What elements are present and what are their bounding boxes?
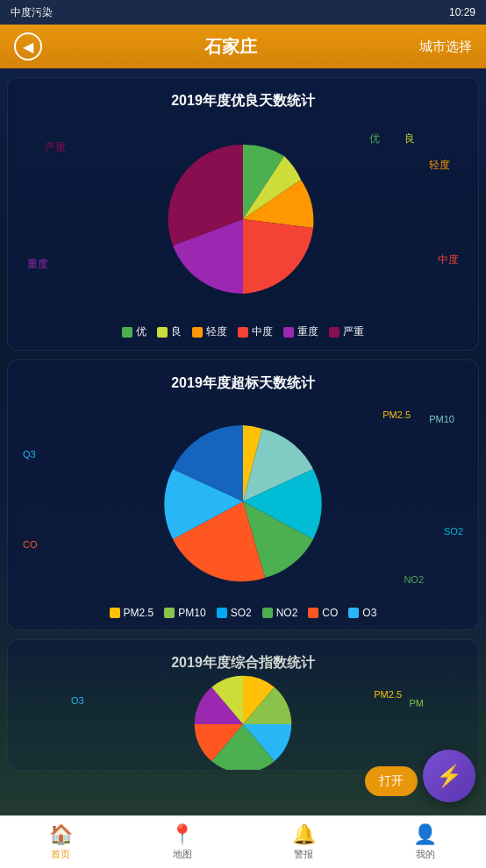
legend-label-o3: O3 [362,607,376,619]
nav-item-home[interactable]: 🏠 首页 [0,816,122,868]
label-qingdu: 轻度 [429,158,450,173]
city-select-button[interactable]: 城市选择 [419,39,472,55]
nav-item-alert[interactable]: 🔔 警报 [243,816,365,868]
legend-dot-zhongdu2 [283,327,294,338]
chart-section-3: 2019年度综合指数统计 O3 PM2.5 PM [7,639,479,771]
chart-section-1: 2019年度优良天数统计 优 良 轻 [7,77,479,351]
legend-item-no2: NO2 [262,607,298,619]
main-content: 2019年度优良天数统计 优 良 轻 [0,68,486,815]
pie-labels-2: PM2.5 PM10 SO2 NO2 CO Q3 [18,405,468,598]
chart1-legend: 优 良 轻度 中度 重度 严重 [18,324,468,339]
label-no2: NO2 [404,574,424,585]
legend-dot-pm10 [164,608,175,618]
legend-dot-so2 [217,608,227,618]
home-icon: 🏠 [49,823,73,846]
nav-label-map: 地图 [173,848,192,861]
legend-label-liang: 良 [171,324,182,339]
nav-label-home: 首页 [51,848,70,861]
legend-dot-qingdu [192,327,203,338]
open-button[interactable]: 打开 [365,766,418,796]
legend-item-you: 优 [122,324,147,339]
legend-dot-o3 [348,608,359,618]
label-pm10: PM10 [429,414,454,424]
chart-section-2: 2019年度超标天数统计 PM2.5 [7,359,479,630]
float-action-button[interactable]: ⚡ [423,750,475,802]
legend-label-pm10: PM10 [178,607,205,619]
legend-label-co: CO [322,607,338,619]
nav-item-profile[interactable]: 👤 我的 [365,816,487,868]
label-zhongdu2: 重度 [27,257,48,272]
legend-dot-co [308,608,318,618]
legend-item-zhongdu2: 重度 [283,324,318,339]
label-co: CO [23,539,38,550]
label-so2: SO2 [444,526,463,537]
label-yanzhong: 严重 [45,140,66,155]
legend-item-yanzhong: 严重 [329,324,364,339]
chart2-title: 2019年度超标天数统计 [18,374,468,393]
legend-item-qingdu: 轻度 [192,324,227,339]
bottom-nav: 🏠 首页 📍 地图 🔔 警报 👤 我的 [0,815,486,868]
back-button[interactable]: ◀ [14,32,42,60]
legend-item-o3: O3 [348,607,376,619]
nav-item-map[interactable]: 📍 地图 [122,816,244,868]
pie-labels-1: 优 良 轻度 中度 重度 严重 [18,123,468,316]
legend-label-no2: NO2 [276,607,298,619]
status-time: 10:29 [449,6,475,18]
legend-dot-yanzhong [329,327,339,338]
profile-icon: 👤 [413,823,437,846]
chart3-pie-partial: O3 PM2.5 PM [18,685,468,771]
label-liang: 良 [404,132,415,146]
label-o3-chart3: O3 [71,695,84,706]
legend-label-so2: SO2 [231,607,252,619]
legend-dot-no2 [262,608,273,618]
lightning-icon: ⚡ [436,764,462,788]
status-left: 中度污染 [11,5,53,20]
legend-label-zhongdu: 中度 [252,324,273,339]
legend-item-zhongdu: 中度 [238,324,273,339]
legend-dot-pm25 [110,608,120,618]
label-zhongdu: 中度 [438,253,459,267]
chart1-pie: 优 良 轻度 中度 重度 严重 [18,123,468,316]
map-icon: 📍 [170,823,194,846]
legend-dot-you [122,327,132,338]
pie-svg-3 [155,667,331,771]
alert-icon: 🔔 [292,823,316,846]
nav-label-alert: 警报 [294,848,313,861]
label-pm-chart3: PM [410,698,425,708]
label-pm25-chart3: PM2.5 [374,689,402,700]
chart2-legend: PM2.5 PM10 SO2 NO2 CO O3 [18,607,468,619]
nav-label-profile: 我的 [416,848,435,861]
header-title: 石家庄 [204,35,257,59]
legend-dot-liang [157,327,168,338]
legend-label-zhongdu2: 重度 [297,324,318,339]
legend-item-liang: 良 [157,324,182,339]
back-icon: ◀ [23,39,33,55]
label-you: 优 [369,132,380,146]
legend-item-pm10: PM10 [164,607,205,619]
legend-label-you: 优 [136,324,147,339]
legend-dot-zhongdu [238,327,248,338]
legend-label-yanzhong: 严重 [343,324,364,339]
legend-item-co: CO [308,607,338,619]
chart1-title: 2019年度优良天数统计 [18,92,468,110]
legend-label-pm25: PM2.5 [124,607,154,619]
status-bar: 中度污染 10:29 [0,0,486,25]
label-q3: Q3 [23,449,36,459]
header: ◀ 石家庄 城市选择 [0,25,486,68]
legend-item-pm25: PM2.5 [110,607,154,619]
chart2-pie: PM2.5 PM10 SO2 NO2 CO Q3 [18,405,468,598]
legend-item-so2: SO2 [217,607,252,619]
status-right: 10:29 [449,6,475,18]
label-pm25: PM2.5 [382,409,411,420]
legend-label-qingdu: 轻度 [206,324,227,339]
